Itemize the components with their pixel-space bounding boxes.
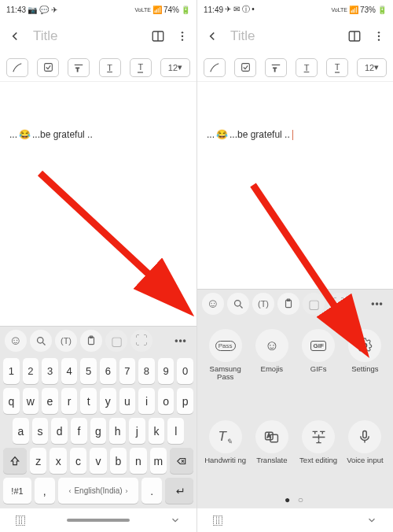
svg-rect-20	[241, 64, 249, 72]
key-e[interactable]: e	[42, 388, 58, 414]
key-d[interactable]: d	[51, 418, 68, 444]
key-l[interactable]: l	[167, 418, 184, 444]
keyboard-panel: ☺ (T) ▢ ⛶ ••• 1234567890 qwertyuiop asdf…	[0, 326, 196, 508]
reader-icon[interactable]	[151, 29, 165, 43]
textstyle-button[interactable]: T	[265, 58, 287, 77]
key-n[interactable]: n	[130, 448, 146, 474]
search-kbd-icon[interactable]	[30, 330, 52, 352]
option-translate[interactable]: ATranslate	[250, 420, 293, 491]
status-time: 11:49	[204, 6, 223, 14]
checkbox-button[interactable]	[37, 58, 59, 77]
symbols-key[interactable]: !#1	[3, 478, 31, 504]
key-q[interactable]: q	[3, 388, 20, 414]
mic-icon	[348, 420, 381, 453]
option-handwriti-ng[interactable]: T✎Handwriti ng	[204, 420, 247, 491]
textcolor-button[interactable]: T	[130, 58, 152, 77]
key-6[interactable]: 6	[100, 358, 116, 384]
pen-button[interactable]	[6, 58, 28, 77]
emoji-icon: 😂	[216, 129, 228, 140]
period-key[interactable]: .	[141, 478, 162, 504]
key-u[interactable]: u	[119, 388, 136, 414]
emoji-kbd-icon[interactable]: ☺	[202, 293, 224, 315]
clipboard-kbd-icon[interactable]	[80, 330, 102, 352]
phone-right: 11:49 ✈ ✉ ⓘ • VoLTE 📶 73% 🔋 Title T T T …	[196, 0, 393, 532]
key-o[interactable]: o	[158, 388, 174, 414]
emoji-kbd-icon[interactable]: ☺	[5, 330, 27, 352]
key-g[interactable]: g	[90, 418, 107, 444]
comma-key[interactable]: ,	[35, 478, 55, 504]
key-f[interactable]: f	[71, 418, 87, 444]
fontsize-button[interactable]: 12▾	[160, 58, 190, 77]
textstyle-button[interactable]: T	[68, 58, 90, 77]
page-dots[interactable]: ● ○	[204, 494, 387, 505]
key-9[interactable]: 9	[158, 358, 174, 384]
underline-button[interactable]: T	[296, 58, 318, 77]
option-emojis[interactable]: ☺Emojis	[250, 329, 293, 408]
keyboard-collapse-icon[interactable]	[170, 515, 181, 526]
key-3[interactable]: 3	[42, 358, 58, 384]
key-c[interactable]: c	[70, 448, 86, 474]
backspace-key[interactable]	[170, 448, 193, 474]
keyboard-more-icon[interactable]: •••	[170, 330, 192, 352]
clipboard-kbd-icon[interactable]	[277, 293, 299, 315]
note-body[interactable]: ... 😂 ...be grateful ..	[0, 82, 196, 326]
underline-button[interactable]: T	[99, 58, 121, 77]
key-r[interactable]: r	[61, 388, 78, 414]
fontsize-button[interactable]: 12▾	[357, 58, 387, 77]
key-8[interactable]: 8	[138, 358, 155, 384]
key-m[interactable]: m	[150, 448, 167, 474]
back-icon[interactable]	[205, 29, 219, 43]
key-k[interactable]: k	[149, 418, 165, 444]
key-v[interactable]: v	[90, 448, 106, 474]
textscan-kbd-icon[interactable]: (T)	[55, 330, 77, 352]
keyboard-switch-icon[interactable]: ⿲	[16, 515, 26, 526]
keyboard-more-icon[interactable]: •••	[366, 293, 388, 315]
option-gifs[interactable]: GIFGIFs	[297, 329, 340, 408]
option-samsung-pass[interactable]: PassSamsung Pass	[204, 329, 247, 408]
keyboard-collapse-icon[interactable]	[366, 515, 377, 526]
option-text-editing[interactable]: Text editing	[297, 420, 340, 491]
textscan-kbd-icon[interactable]: (T)	[252, 293, 274, 315]
key-2[interactable]: 2	[23, 358, 39, 384]
key-a[interactable]: a	[13, 418, 29, 444]
key-x[interactable]: x	[50, 448, 66, 474]
title-input[interactable]: Title	[230, 28, 336, 44]
keyboard-switch-icon[interactable]: ⿲	[213, 515, 223, 526]
key-y[interactable]: y	[100, 388, 116, 414]
key-4[interactable]: 4	[61, 358, 78, 384]
key-z[interactable]: z	[30, 448, 46, 474]
key-5[interactable]: 5	[80, 358, 97, 384]
format-toolbar: T T T 12▾	[197, 54, 393, 82]
note-body[interactable]: ... 😂 ...be grateful ..	[197, 82, 393, 289]
key-0[interactable]: 0	[177, 358, 193, 384]
key-i[interactable]: i	[138, 388, 155, 414]
key-t[interactable]: t	[80, 388, 97, 414]
option-voice-input[interactable]: Voice input	[343, 420, 387, 491]
key-7[interactable]: 7	[119, 358, 136, 384]
key-s[interactable]: s	[32, 418, 49, 444]
svg-rect-31	[363, 431, 367, 438]
home-handle[interactable]	[67, 519, 130, 522]
key-h[interactable]: h	[109, 418, 126, 444]
shift-key[interactable]	[3, 448, 27, 474]
title-input[interactable]: Title	[33, 28, 140, 44]
space-key[interactable]: ‹ English(India) ›	[58, 478, 139, 504]
search-kbd-icon[interactable]	[227, 293, 249, 315]
more-icon[interactable]	[373, 30, 385, 42]
textcolor-button[interactable]: T	[326, 58, 348, 77]
option-settings[interactable]: Settings	[343, 329, 387, 408]
enter-key[interactable]	[165, 478, 193, 504]
option-label: Voice input	[347, 456, 383, 464]
back-icon[interactable]	[8, 29, 22, 43]
more-icon[interactable]	[176, 30, 189, 42]
key-w[interactable]: w	[23, 388, 39, 414]
key-j[interactable]: j	[129, 418, 145, 444]
pass-icon: Pass	[209, 329, 242, 362]
key-1[interactable]: 1	[3, 358, 20, 384]
pen-button[interactable]	[204, 58, 226, 77]
key-b[interactable]: b	[110, 448, 127, 474]
reader-icon[interactable]	[347, 29, 362, 43]
key-p[interactable]: p	[177, 388, 193, 414]
checkbox-button[interactable]	[234, 58, 256, 77]
svg-point-4	[182, 39, 183, 40]
